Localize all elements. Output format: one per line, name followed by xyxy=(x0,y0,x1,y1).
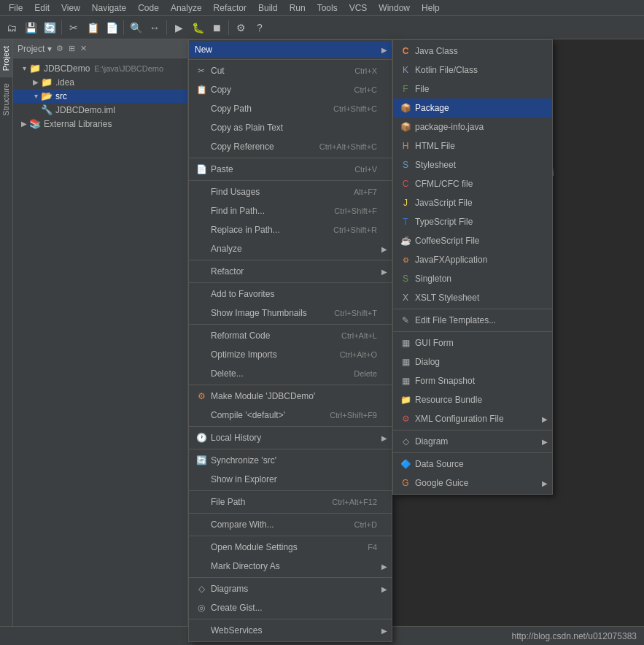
panel-gear-icon[interactable]: ⚙ xyxy=(55,43,65,54)
submenu-gui-form[interactable]: ▦ GUI Form xyxy=(393,333,552,352)
toolbar-copy-btn[interactable]: 📋 xyxy=(84,19,101,36)
ctx-item-show-thumbs[interactable]: Show Image Thumbnails Ctrl+Shift+T xyxy=(189,304,392,322)
sidebar-tab-project[interactable]: Project xyxy=(0,39,12,77)
ctx-item-mark-dir[interactable]: Mark Directory As ▶ xyxy=(189,557,392,576)
ctx-local-history-arrow: ▶ xyxy=(381,434,387,442)
menu-file[interactable]: File xyxy=(3,1,28,15)
ctx-item-paste[interactable]: 📄 Paste Ctrl+V xyxy=(189,160,392,179)
ctx-item-reformat[interactable]: Reformat Code Ctrl+Alt+L xyxy=(189,326,392,345)
ctx-item-diagrams[interactable]: ◇ Diagrams ▶ xyxy=(189,579,392,598)
tree-arrow-idea: ▶ xyxy=(31,78,41,86)
ctx-item-copy[interactable]: 📋 Copy Ctrl+C xyxy=(189,80,392,99)
submenu-sep-3 xyxy=(393,430,552,430)
menu-code[interactable]: Code xyxy=(132,1,165,15)
toolbar-project-btn[interactable]: 🗂 xyxy=(3,19,20,36)
menu-help[interactable]: Help xyxy=(416,1,446,15)
toolbar-replace-btn[interactable]: ↔ xyxy=(146,19,163,36)
submenu-html[interactable]: H HTML File xyxy=(393,136,552,155)
ctx-item-make-module[interactable]: ⚙ Make Module 'JDBCDemo' xyxy=(189,387,392,406)
toolbar-sync-btn[interactable]: 🔄 xyxy=(41,19,58,36)
project-tree: ▾ 📁 JDBCDemo E:\java\JDBCDemo ▶ 📁 .idea … xyxy=(13,58,187,626)
submenu-package[interactable]: 📦 Package xyxy=(393,99,552,117)
ctx-item-optimize[interactable]: Optimize Imports Ctrl+Alt+O xyxy=(189,345,392,364)
toolbar-run-btn[interactable]: ▶ xyxy=(170,19,187,36)
tree-item-iml[interactable]: 🔧 JDBCDemo.iml xyxy=(13,103,187,117)
submenu-diagram[interactable]: ◇ Diagram ▶ xyxy=(393,432,552,451)
submenu-javascript[interactable]: J JavaScript File xyxy=(393,193,552,212)
toolbar-debug-btn[interactable]: 🐛 xyxy=(189,19,206,36)
ctx-item-new[interactable]: New ▶ xyxy=(189,42,392,58)
submenu-form-snapshot-label: Form Snapshot xyxy=(415,376,475,386)
menu-window[interactable]: Window xyxy=(373,1,416,15)
ctx-paste-shortcut: Ctrl+V xyxy=(354,165,377,174)
submenu-dialog[interactable]: ▦ Dialog xyxy=(393,352,552,371)
ctx-item-local-history[interactable]: 🕐 Local History ▶ xyxy=(189,428,392,447)
ctx-item-delete[interactable]: Delete... Delete xyxy=(189,364,392,383)
submenu-javafx[interactable]: ⚙ JavaFXApplication xyxy=(393,250,552,269)
submenu-typescript[interactable]: T TypeScript File xyxy=(393,212,552,231)
menu-vcs[interactable]: VCS xyxy=(344,1,373,15)
tree-item-idea[interactable]: ▶ 📁 .idea xyxy=(13,75,187,89)
menu-analyze[interactable]: Analyze xyxy=(165,1,208,15)
toolbar-save-btn[interactable]: 💾 xyxy=(22,19,39,36)
submenu-file[interactable]: F File xyxy=(393,80,552,99)
menu-run[interactable]: Run xyxy=(284,1,311,15)
menu-refactor[interactable]: Refactor xyxy=(208,1,252,15)
ctx-item-replace-path[interactable]: Replace in Path... Ctrl+Shift+R xyxy=(189,220,392,239)
menu-view[interactable]: View xyxy=(55,1,86,15)
menu-tools[interactable]: Tools xyxy=(311,1,344,15)
submenu-data-source[interactable]: 🔷 Data Source xyxy=(393,455,552,474)
ctx-item-open-module[interactable]: Open Module Settings F4 xyxy=(189,538,392,557)
dialog-icon: ▦ xyxy=(399,355,412,368)
ctx-item-copy-path[interactable]: Copy Path Ctrl+Shift+C xyxy=(189,99,392,118)
submenu-kotlin[interactable]: K Kotlin File/Class xyxy=(393,61,552,80)
submenu-cfml[interactable]: C CFML/CFC file xyxy=(393,174,552,193)
ctx-item-analyze[interactable]: Analyze ▶ xyxy=(189,239,392,258)
submenu-xml-config[interactable]: ⚙ XML Configuration File ▶ xyxy=(393,409,552,428)
ctx-mark-dir-arrow: ▶ xyxy=(381,563,387,571)
ctx-item-find-path[interactable]: Find in Path... Ctrl+Shift+F xyxy=(189,201,392,220)
ctx-sep-9 xyxy=(189,449,392,449)
ctx-item-file-path[interactable]: File Path Ctrl+Alt+F12 xyxy=(189,493,392,511)
submenu-resource-bundle[interactable]: 📁 Resource Bundle xyxy=(393,390,552,409)
watermark: http://blog.csdn.net/u012075383 xyxy=(512,631,637,641)
submenu-pkg-info[interactable]: 📦 package-info.java xyxy=(393,117,552,136)
toolbar-cut-btn[interactable]: ✂ xyxy=(65,19,82,36)
ctx-item-create-gist[interactable]: ◎ Create Gist... xyxy=(189,598,392,617)
menu-edit[interactable]: Edit xyxy=(28,1,55,15)
panel-close-icon[interactable]: ✕ xyxy=(79,43,88,54)
toolbar-help-btn[interactable]: ? xyxy=(251,19,268,36)
menu-build[interactable]: Build xyxy=(252,1,284,15)
ctx-item-webservices[interactable]: WebServices ▶ xyxy=(189,621,392,640)
panel-expand-icon[interactable]: ⊞ xyxy=(67,43,77,54)
submenu-google-guice[interactable]: G Google Guice ▶ xyxy=(393,474,552,493)
ctx-item-find-usages[interactable]: Find Usages Alt+F7 xyxy=(189,182,392,201)
ctx-item-add-favorites[interactable]: Add to Favorites xyxy=(189,285,392,304)
toolbar-paste-btn[interactable]: 📄 xyxy=(103,19,120,36)
ctx-item-copy-ref[interactable]: Copy Reference Ctrl+Alt+Shift+C xyxy=(189,137,392,156)
menu-navigate[interactable]: Navigate xyxy=(86,1,132,15)
ctx-item-cut[interactable]: ✂ Cut Ctrl+X xyxy=(189,61,392,80)
submenu-java-class[interactable]: C Java Class xyxy=(393,42,552,61)
ctx-item-compare[interactable]: Compare With... Ctrl+D xyxy=(189,515,392,534)
toolbar-settings-btn[interactable]: ⚙ xyxy=(232,19,249,36)
toolbar-stop-btn[interactable]: ⏹ xyxy=(208,19,225,36)
sidebar-tab-structure[interactable]: Structure xyxy=(0,77,12,122)
tree-item-src[interactable]: ▾ 📂 src xyxy=(13,89,187,103)
tree-item-root[interactable]: ▾ 📁 JDBCDemo E:\java\JDBCDemo xyxy=(13,61,187,75)
submenu-xslt[interactable]: X XSLT Stylesheet xyxy=(393,288,552,307)
ctx-item-refactor[interactable]: Refactor ▶ xyxy=(189,262,392,281)
submenu-form-snapshot[interactable]: ▦ Form Snapshot xyxy=(393,371,552,390)
panel-dropdown-arrow[interactable]: ▾ xyxy=(47,44,52,54)
toolbar-search-btn[interactable]: 🔍 xyxy=(127,19,144,36)
submenu-coffeescript[interactable]: ☕ CoffeeScript File xyxy=(393,231,552,250)
ctx-item-show-explorer[interactable]: Show in Explorer xyxy=(189,470,392,489)
submenu-stylesheet[interactable]: S Stylesheet xyxy=(393,155,552,174)
tree-item-ext-libs[interactable]: ▶ 📚 External Libraries xyxy=(13,117,187,131)
ctx-item-copy-plain[interactable]: Copy as Plain Text xyxy=(189,118,392,137)
submenu-edit-templates[interactable]: ✎ Edit File Templates... xyxy=(393,311,552,330)
ctx-item-compile[interactable]: Compile '<default>' Ctrl+Shift+F9 xyxy=(189,406,392,425)
stylesheet-icon: S xyxy=(399,158,412,171)
ctx-item-synchronize[interactable]: 🔄 Synchronize 'src' xyxy=(189,451,392,470)
submenu-singleton[interactable]: S Singleton xyxy=(393,269,552,288)
